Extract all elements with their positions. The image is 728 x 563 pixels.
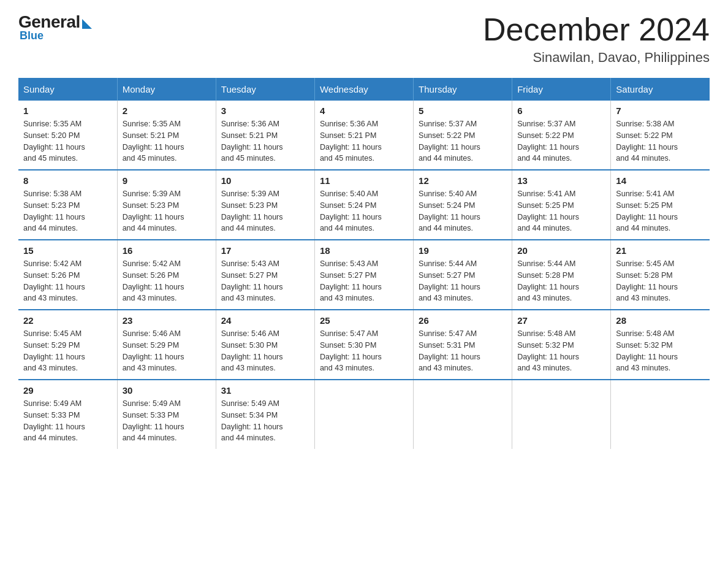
day-number: 23 — [123, 315, 211, 326]
calendar-cell: 9Sunrise: 5:39 AMSunset: 5:23 PMDaylight… — [117, 170, 216, 240]
day-number: 21 — [616, 245, 705, 256]
sunrise-text: Sunrise: 5:47 AM — [419, 329, 477, 338]
weekday-header-monday: Monday — [117, 78, 216, 101]
logo-blue-text: Blue — [20, 29, 44, 42]
day-number: 12 — [419, 175, 507, 186]
calendar-cell: 31Sunrise: 5:49 AMSunset: 5:34 PMDayligh… — [216, 380, 314, 449]
daylight-text: Daylight: 11 hours — [320, 283, 382, 291]
daylight-minutes-text: and 43 minutes. — [419, 294, 473, 302]
daylight-minutes-text: and 45 minutes. — [23, 154, 78, 163]
sunset-text: Sunset: 5:28 PM — [616, 271, 672, 280]
daylight-minutes-text: and 44 minutes. — [320, 224, 374, 232]
day-number: 3 — [221, 105, 309, 116]
sunrise-text: Sunrise: 5:49 AM — [123, 399, 181, 408]
day-info: Sunrise: 5:43 AMSunset: 5:27 PMDaylight:… — [320, 258, 408, 304]
day-info: Sunrise: 5:45 AMSunset: 5:28 PMDaylight:… — [616, 258, 705, 304]
calendar-week-row: 22Sunrise: 5:45 AMSunset: 5:29 PMDayligh… — [18, 310, 710, 380]
daylight-minutes-text: and 44 minutes. — [616, 154, 670, 163]
sunset-text: Sunset: 5:30 PM — [320, 341, 376, 350]
day-number: 31 — [221, 385, 309, 396]
daylight-text: Daylight: 11 hours — [23, 353, 85, 361]
daylight-minutes-text: and 44 minutes. — [419, 224, 473, 232]
daylight-minutes-text: and 43 minutes. — [320, 294, 374, 302]
calendar-cell: 15Sunrise: 5:42 AMSunset: 5:26 PMDayligh… — [18, 240, 117, 310]
daylight-minutes-text: and 44 minutes. — [221, 224, 276, 232]
calendar-cell: 13Sunrise: 5:41 AMSunset: 5:25 PMDayligh… — [512, 170, 611, 240]
daylight-text: Daylight: 11 hours — [23, 213, 85, 221]
day-info: Sunrise: 5:36 AMSunset: 5:21 PMDaylight:… — [320, 118, 408, 164]
weekday-header-sunday: Sunday — [18, 78, 117, 101]
calendar-cell: 29Sunrise: 5:49 AMSunset: 5:33 PMDayligh… — [18, 380, 117, 449]
sunrise-text: Sunrise: 5:42 AM — [123, 259, 181, 268]
sunset-text: Sunset: 5:23 PM — [23, 201, 80, 210]
daylight-text: Daylight: 11 hours — [23, 143, 85, 151]
daylight-minutes-text: and 43 minutes. — [23, 364, 78, 372]
sunrise-text: Sunrise: 5:45 AM — [23, 329, 82, 338]
calendar-cell: 22Sunrise: 5:45 AMSunset: 5:29 PMDayligh… — [18, 310, 117, 380]
day-info: Sunrise: 5:35 AMSunset: 5:20 PMDaylight:… — [23, 118, 112, 164]
daylight-text: Daylight: 11 hours — [320, 353, 382, 361]
sunrise-text: Sunrise: 5:35 AM — [123, 120, 181, 128]
calendar-cell: 27Sunrise: 5:48 AMSunset: 5:32 PMDayligh… — [512, 310, 611, 380]
calendar-cell: 18Sunrise: 5:43 AMSunset: 5:27 PMDayligh… — [314, 240, 413, 310]
day-info: Sunrise: 5:38 AMSunset: 5:23 PMDaylight:… — [23, 188, 112, 234]
daylight-minutes-text: and 44 minutes. — [517, 154, 572, 163]
sunrise-text: Sunrise: 5:38 AM — [616, 120, 674, 128]
sunset-text: Sunset: 5:33 PM — [23, 411, 80, 419]
day-info: Sunrise: 5:44 AMSunset: 5:28 PMDaylight:… — [517, 258, 605, 304]
day-info: Sunrise: 5:49 AMSunset: 5:33 PMDaylight:… — [23, 398, 112, 444]
weekday-header-friday: Friday — [512, 78, 611, 101]
day-info: Sunrise: 5:40 AMSunset: 5:24 PMDaylight:… — [419, 188, 507, 234]
sunset-text: Sunset: 5:24 PM — [320, 201, 376, 210]
day-info: Sunrise: 5:38 AMSunset: 5:22 PMDaylight:… — [616, 118, 705, 164]
sunrise-text: Sunrise: 5:46 AM — [123, 329, 181, 338]
day-number: 11 — [320, 175, 408, 186]
daylight-text: Daylight: 11 hours — [419, 353, 480, 361]
calendar-week-row: 1Sunrise: 5:35 AMSunset: 5:20 PMDaylight… — [18, 101, 710, 170]
calendar-week-row: 8Sunrise: 5:38 AMSunset: 5:23 PMDaylight… — [18, 170, 710, 240]
sunset-text: Sunset: 5:22 PM — [517, 131, 574, 140]
day-info: Sunrise: 5:49 AMSunset: 5:33 PMDaylight:… — [123, 398, 211, 444]
sunrise-text: Sunrise: 5:39 AM — [221, 190, 279, 198]
sunrise-text: Sunrise: 5:36 AM — [320, 120, 378, 128]
daylight-text: Daylight: 11 hours — [517, 353, 579, 361]
calendar-cell — [414, 380, 512, 449]
sunrise-text: Sunrise: 5:37 AM — [517, 120, 575, 128]
sunrise-text: Sunrise: 5:46 AM — [221, 329, 279, 338]
daylight-minutes-text: and 45 minutes. — [320, 154, 374, 163]
day-info: Sunrise: 5:35 AMSunset: 5:21 PMDaylight:… — [123, 118, 211, 164]
day-number: 24 — [221, 315, 309, 326]
day-number: 26 — [419, 315, 507, 326]
calendar-cell: 3Sunrise: 5:36 AMSunset: 5:21 PMDaylight… — [216, 101, 314, 170]
sunrise-text: Sunrise: 5:38 AM — [23, 190, 82, 198]
sunset-text: Sunset: 5:32 PM — [517, 341, 574, 350]
daylight-text: Daylight: 11 hours — [123, 143, 184, 151]
weekday-header-thursday: Thursday — [414, 78, 512, 101]
weekday-header-wednesday: Wednesday — [314, 78, 413, 101]
daylight-minutes-text: and 43 minutes. — [23, 294, 78, 302]
day-info: Sunrise: 5:47 AMSunset: 5:30 PMDaylight:… — [320, 328, 408, 374]
month-title: December 2024 — [483, 12, 710, 47]
sunrise-text: Sunrise: 5:41 AM — [616, 190, 674, 198]
calendar-cell: 5Sunrise: 5:37 AMSunset: 5:22 PMDaylight… — [414, 101, 512, 170]
daylight-minutes-text: and 43 minutes. — [517, 294, 572, 302]
calendar-cell: 12Sunrise: 5:40 AMSunset: 5:24 PMDayligh… — [414, 170, 512, 240]
day-info: Sunrise: 5:37 AMSunset: 5:22 PMDaylight:… — [517, 118, 605, 164]
calendar-cell: 30Sunrise: 5:49 AMSunset: 5:33 PMDayligh… — [117, 380, 216, 449]
day-number: 9 — [123, 175, 211, 186]
day-info: Sunrise: 5:43 AMSunset: 5:27 PMDaylight:… — [221, 258, 309, 304]
daylight-text: Daylight: 11 hours — [616, 213, 678, 221]
calendar-cell: 16Sunrise: 5:42 AMSunset: 5:26 PMDayligh… — [117, 240, 216, 310]
day-number: 27 — [517, 315, 605, 326]
sunset-text: Sunset: 5:26 PM — [123, 271, 179, 280]
location-title: Sinawilan, Davao, Philippines — [483, 50, 710, 66]
day-number: 28 — [616, 315, 705, 326]
calendar-cell: 28Sunrise: 5:48 AMSunset: 5:32 PMDayligh… — [611, 310, 710, 380]
day-number: 2 — [123, 105, 211, 116]
daylight-text: Daylight: 11 hours — [23, 283, 85, 291]
daylight-text: Daylight: 11 hours — [517, 143, 579, 151]
day-info: Sunrise: 5:46 AMSunset: 5:29 PMDaylight:… — [123, 328, 211, 374]
day-number: 13 — [517, 175, 605, 186]
calendar-cell: 26Sunrise: 5:47 AMSunset: 5:31 PMDayligh… — [414, 310, 512, 380]
day-info: Sunrise: 5:47 AMSunset: 5:31 PMDaylight:… — [419, 328, 507, 374]
